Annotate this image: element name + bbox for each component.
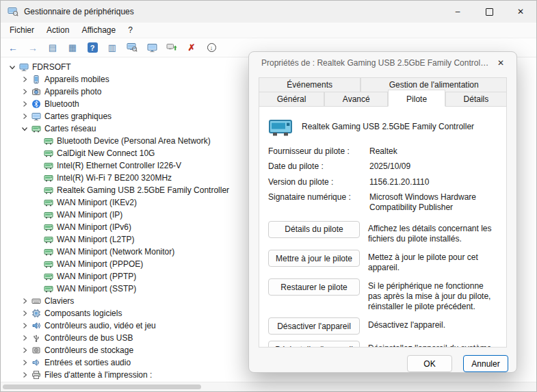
uninstall-icon: ✗ <box>188 43 196 52</box>
cancel-button[interactable]: Annuler <box>463 355 508 372</box>
tab-details[interactable]: Détails <box>445 92 507 107</box>
network-icon <box>44 210 53 220</box>
show-console-tree-button[interactable]: ▤ <box>46 40 60 55</box>
tree-item-label: WAN Miniport (Network Monitor) <box>57 247 174 257</box>
expander[interactable] <box>21 125 28 132</box>
expander[interactable] <box>21 371 28 378</box>
desactiver-l-appareil-button[interactable]: Désactiver l'appareil <box>268 317 360 335</box>
expander[interactable] <box>21 335 28 341</box>
expander[interactable] <box>21 76 28 83</box>
keyboard-icon <box>31 296 41 306</box>
devices-monitor-button[interactable] <box>145 40 159 55</box>
scrollbar-thumb[interactable] <box>3 384 201 389</box>
audio-icon <box>31 321 41 330</box>
desinstaller-l-appareil-button[interactable]: Désinstaller l'appareil <box>268 341 360 348</box>
device-name: Realtek Gaming USB 2.5GbE Family Control… <box>302 122 474 131</box>
window-title: Gestionnaire de périphériques <box>24 7 134 16</box>
scan-hardware-icon <box>127 42 137 53</box>
tree-item-label: Bluetooth Device (Personal Area Network) <box>57 136 211 146</box>
field-value: Realtek <box>369 146 497 156</box>
expander[interactable] <box>21 359 28 366</box>
help-button[interactable]: ? <box>86 40 99 55</box>
tree-item-label: Files d'attente à l'impression : <box>44 370 152 380</box>
mettre-a-jour-le-pilote-button[interactable]: Mettre à jour le pilote <box>268 250 360 267</box>
show-console-tree-icon: ▤ <box>49 43 57 52</box>
field-value: Microsoft Windows Hardware Compatibility… <box>369 192 497 212</box>
dialog-tabs: ÉvénementsGestion de l'alimentation Géné… <box>249 74 516 107</box>
tree-item-label: Claviers <box>44 296 74 306</box>
tree-item-label: Contrôleurs de bus USB <box>44 333 133 343</box>
menu-fichier[interactable]: Fichier <box>3 24 40 36</box>
field-label: Version du pilote : <box>268 177 365 187</box>
update-driver-button[interactable] <box>165 40 179 55</box>
action-row: Désactiver l'appareilDésactivez l'appare… <box>268 317 497 335</box>
action-row: Mettre à jour le piloteMettez à jour le … <box>268 250 497 272</box>
network-icon <box>31 124 41 133</box>
expander[interactable] <box>9 64 16 70</box>
menu-action[interactable]: Action <box>40 24 75 36</box>
phone-icon <box>31 75 41 84</box>
display-icon <box>31 112 41 121</box>
disable-icon: ↓ <box>207 43 216 52</box>
tree-item-label: WAN Miniport (PPPOE) <box>57 259 143 269</box>
expander[interactable] <box>21 347 28 354</box>
expander[interactable] <box>21 310 28 317</box>
maximize-button[interactable] <box>473 1 505 23</box>
expander[interactable] <box>21 113 28 120</box>
scan-hardware-button[interactable] <box>125 40 139 55</box>
tree-item-label: WAN Miniport (PPTP) <box>57 272 136 281</box>
speaker-icon <box>31 358 41 367</box>
tab-evenements[interactable]: Événements <box>259 77 361 92</box>
back-button[interactable]: ← <box>6 40 20 55</box>
action-row: Désinstaller l'appareilDésinstallez l'ap… <box>268 341 497 348</box>
expander[interactable] <box>21 101 28 107</box>
forward-icon: → <box>28 43 38 53</box>
expander[interactable] <box>21 88 28 95</box>
network-icon <box>44 161 53 170</box>
network-icon <box>44 222 53 232</box>
usb-icon <box>31 333 41 343</box>
network-icon <box>44 136 53 146</box>
driver-tab-panel: Realtek Gaming USB 2.5GbE Family Control… <box>259 106 507 348</box>
camera-icon <box>31 87 41 96</box>
forward-button[interactable]: → <box>26 40 40 55</box>
network-icon <box>44 173 53 183</box>
tree-item-label: Intel(R) Ethernet Controller I226-V <box>57 161 181 170</box>
export-list-button[interactable]: ▥ <box>105 40 119 55</box>
disable-button[interactable]: ↓ <box>205 40 218 55</box>
horizontal-scrollbar[interactable] <box>1 382 536 391</box>
tab-avance[interactable]: Avancé <box>324 92 388 107</box>
action-description: Affichez les détails concernant les fich… <box>368 221 497 244</box>
menu-help[interactable]: ? <box>122 24 139 36</box>
tree-item-label: Cartes réseau <box>44 124 96 133</box>
tree-item-label: Composants logiciels <box>44 309 122 318</box>
ok-button[interactable]: OK <box>407 355 452 372</box>
minimize-button[interactable]: – <box>442 1 473 23</box>
network-icon <box>44 272 53 281</box>
network-icon <box>44 235 53 244</box>
tree-item-label: WAN Miniport (L2TP) <box>57 235 135 244</box>
dialog-title: Propriétés de : Realtek Gaming USB 2.5Gb… <box>261 58 489 68</box>
expander[interactable] <box>21 298 28 304</box>
expander[interactable] <box>21 322 28 329</box>
details-du-pilote-button[interactable]: Détails du pilote <box>268 221 360 238</box>
properties-list-button[interactable]: ▦ <box>66 40 79 55</box>
bluetooth-icon <box>31 99 41 109</box>
back-icon: ← <box>8 43 18 53</box>
tab-pilote[interactable]: Pilote <box>388 90 445 107</box>
network-icon <box>44 185 53 195</box>
tree-item-label: Intel(R) Wi-Fi 7 BE200 320MHz <box>57 173 172 183</box>
field-label: Fournisseur du pilote : <box>268 146 365 156</box>
tree-item-label: WAN Miniport (SSTP) <box>57 284 136 293</box>
close-button[interactable]: ✕ <box>505 1 536 23</box>
network-icon <box>44 284 53 293</box>
tab-general[interactable]: Général <box>259 92 324 107</box>
uninstall-button[interactable]: ✗ <box>185 40 198 55</box>
restaurer-le-pilote-button[interactable]: Restaurer le pilote <box>268 278 360 296</box>
dialog-close-button[interactable]: ✕ <box>489 54 512 72</box>
menu-affichage[interactable]: Affichage <box>75 24 122 36</box>
action-description: Désactivez l'appareil. <box>368 317 497 330</box>
action-row: Restaurer le piloteSi le périphérique ne… <box>268 278 497 311</box>
tab-row-2: GénéralAvancéPiloteDétails <box>259 92 507 107</box>
tree-item-label: Contrôleurs audio, vidéo et jeu <box>44 321 156 330</box>
